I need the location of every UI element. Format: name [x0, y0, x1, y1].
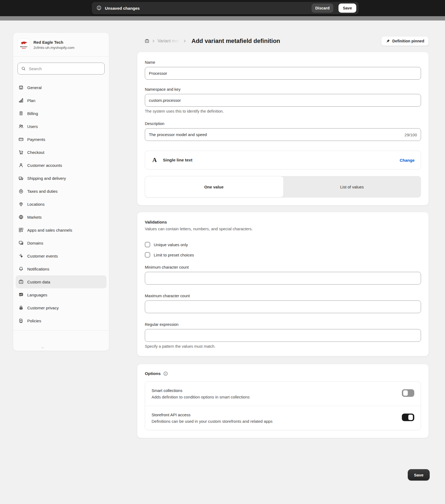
sidebar-item-domains[interactable]: Domains — [16, 236, 107, 249]
sidebar-item-label: Users — [27, 124, 38, 129]
page-header: Variant metafields Add variant metafield… — [137, 36, 429, 46]
domains-icon — [18, 240, 24, 246]
sidebar-item-customer-events[interactable]: Customer events — [16, 249, 107, 262]
shop-domain: 2cfmts-uh.myshopify.com — [33, 46, 74, 50]
name-input[interactable] — [145, 67, 421, 80]
svg-text:TECH: TECH — [22, 48, 26, 49]
sidebar-item-shipping-and-delivery[interactable]: Shipping and delivery — [16, 172, 107, 185]
sidebar-item-label: Markets — [27, 215, 42, 219]
locations-icon — [18, 201, 24, 207]
max-count-label: Maximum character count — [145, 294, 421, 298]
search-input[interactable] — [28, 66, 101, 71]
sidebar-item-customer-privacy[interactable]: Customer privacy — [16, 301, 107, 314]
customer-privacy-icon — [18, 305, 24, 310]
sidebar-item-locations[interactable]: Locations — [16, 198, 107, 211]
customer-accounts-icon — [18, 163, 24, 168]
sidebar-item-label: Payments — [27, 137, 45, 142]
markets-icon — [18, 214, 24, 220]
sidebar-item-plan[interactable]: Plan — [16, 94, 107, 107]
character-counter: 29/100 — [405, 132, 417, 137]
namespace-helper: The system uses this to identify the def… — [145, 109, 421, 113]
change-type-link[interactable]: Change — [400, 158, 415, 163]
sidebar-item-label: Customer events — [27, 254, 58, 258]
payments-icon — [18, 137, 24, 142]
namespace-input[interactable] — [145, 94, 421, 107]
unsaved-changes-label: Unsaved changes — [105, 6, 140, 11]
sidebar-item-policies[interactable]: Policies — [16, 314, 107, 327]
sidebar-item-users[interactable]: Users — [16, 120, 107, 133]
sidebar-item-taxes-and-duties[interactable]: Taxes and duties — [16, 185, 107, 198]
smart-collections-toggle[interactable] — [402, 389, 414, 397]
search-icon — [21, 66, 26, 71]
sidebar-item-apps-and-sales-channels[interactable]: Apps and sales channels — [16, 224, 107, 236]
shop-header: RED EAGLE TECH Red Eagle Tech 2cfmts-uh.… — [13, 33, 109, 56]
sidebar-item-label: Policies — [27, 319, 41, 323]
sidebar-item-label: Locations — [27, 202, 44, 207]
sidebar-item-label: Domains — [27, 241, 43, 245]
sidebar-item-label: Billing — [27, 111, 38, 116]
sidebar-item-label: Languages — [27, 293, 47, 297]
min-count-input[interactable] — [145, 272, 421, 285]
page-title: Add variant metafield definition — [191, 38, 280, 45]
plan-icon — [18, 98, 24, 103]
sidebar-item-label: Shipping and delivery — [27, 176, 66, 181]
unsaved-changes-bar: Unsaved changes Discard Save — [92, 2, 359, 14]
info-icon[interactable] — [163, 371, 168, 376]
validations-card: Validations Values can contain letters, … — [137, 212, 429, 356]
options-card: Options Smart collections Adds definitio… — [137, 364, 429, 438]
unique-values-label: Unique values only — [154, 242, 188, 247]
segment-list-of-values[interactable]: List of values — [283, 176, 421, 198]
shop-logo: RED EAGLE TECH — [18, 39, 30, 51]
content-type-label: Single line text — [163, 158, 192, 163]
options-title: Options — [145, 371, 161, 376]
save-button-footer[interactable]: Save — [408, 469, 430, 481]
definition-pinned-label: Definition pinned — [392, 39, 424, 43]
storefront-api-title: Storefront API access — [152, 412, 396, 417]
sidebar-item-label: Custom data — [27, 280, 50, 284]
smart-collections-desc: Adds definition to condition options in … — [152, 395, 396, 399]
sidebar-item-notifications[interactable]: Notifications — [16, 262, 107, 275]
sidebar-item-general[interactable]: General — [16, 81, 107, 94]
taxes-icon — [18, 188, 24, 194]
sidebar-item-label: Customer privacy — [27, 306, 59, 310]
sidebar-item-markets[interactable]: Markets — [16, 211, 107, 224]
sidebar-search[interactable] — [18, 63, 105, 75]
custom-data-icon — [18, 279, 24, 285]
segment-one-value[interactable]: One value — [145, 176, 283, 198]
storefront-api-row: Storefront API access Definitions can be… — [145, 406, 421, 430]
description-label: Description — [145, 121, 421, 126]
storefront-api-toggle[interactable] — [402, 414, 414, 421]
sidebar-item-payments[interactable]: Payments — [16, 133, 107, 146]
content-type-row: A Single line text Change — [145, 151, 421, 170]
validations-subtitle: Values can contain letters, numbers, and… — [145, 226, 421, 231]
regex-input[interactable] — [145, 329, 421, 342]
sidebar-item-customer-accounts[interactable]: Customer accounts — [16, 159, 107, 172]
sidebar-item-custom-data[interactable]: Custom data — [16, 275, 107, 288]
top-bar: Unsaved changes Discard Save — [0, 0, 445, 16]
unique-values-checkbox[interactable] — [145, 242, 150, 247]
sidebar-item-label: General — [27, 85, 42, 90]
definition-pinned-button[interactable]: Definition pinned — [381, 36, 429, 46]
custom-data-icon — [145, 39, 149, 43]
description-input[interactable] — [145, 128, 421, 141]
pin-icon — [386, 39, 390, 43]
preset-choices-checkbox[interactable] — [145, 252, 150, 258]
max-count-input[interactable] — [145, 300, 421, 313]
save-button-top[interactable]: Save — [338, 4, 356, 13]
store-icon — [18, 85, 24, 90]
sidebar-item-label: Checkout — [27, 150, 44, 155]
sidebar-item-languages[interactable]: ALanguages — [16, 288, 107, 301]
definition-card: Name Namespace and key The system uses t… — [137, 52, 429, 205]
topbar-divider-band — [0, 16, 445, 21]
billing-icon — [18, 111, 24, 116]
sidebar-item-checkout[interactable]: Checkout — [16, 146, 107, 159]
settings-nav: GeneralPlanBillingUsersPaymentsCheckoutC… — [16, 81, 107, 327]
sidebar-item-billing[interactable]: Billing — [16, 107, 107, 120]
settings-sidebar: RED EAGLE TECH Red Eagle Tech 2cfmts-uh.… — [13, 32, 109, 351]
breadcrumb-variant-metafields[interactable]: Variant metafields — [158, 39, 181, 43]
sidebar-item-label: Taxes and duties — [27, 189, 58, 194]
discard-button[interactable]: Discard — [312, 4, 333, 13]
shop-name: Red Eagle Tech — [33, 40, 74, 45]
regex-helper: Specify a pattern the values must match. — [145, 344, 421, 349]
sidebar-header-divider — [13, 56, 109, 57]
